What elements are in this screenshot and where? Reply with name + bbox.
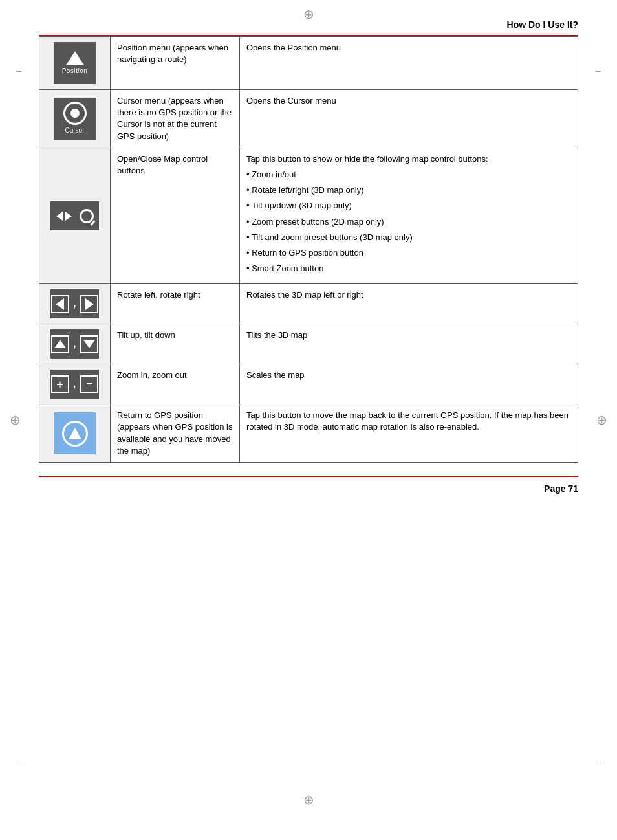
- list-item: • Tilt up/down (3D map only): [246, 200, 571, 212]
- page-title: How Do I Use It?: [507, 19, 578, 30]
- position-icon-label: Position: [62, 67, 88, 76]
- position-icon: Position: [54, 42, 96, 84]
- desc-cell-tilt: Tilts the 3D map: [240, 324, 578, 364]
- gps-label: Return to GPS position (appears when GPS…: [117, 410, 232, 456]
- cursor-description: Opens the Cursor menu: [246, 96, 336, 105]
- comma-separator: ,: [74, 338, 76, 351]
- desc-cell-position: Opens the Position menu: [240, 37, 578, 90]
- label-cell-position: Position menu (appears when navigating a…: [111, 37, 240, 90]
- rotate-label: Rotate left, rotate right: [117, 290, 200, 300]
- rotate-right-arrow-icon: [85, 298, 94, 310]
- desc-cell-openclose: Tap this button to show or hide the foll…: [240, 148, 578, 284]
- openclose-magnifier-icon: [80, 209, 94, 223]
- table-row: Cursor Cursor menu (appears when there i…: [39, 90, 578, 148]
- rotate-left-btn-icon: [51, 295, 69, 313]
- bottom-compass-mark: ⊕: [303, 792, 314, 808]
- side-mark-right-top: [596, 71, 601, 72]
- tilt-up-btn-icon: [51, 335, 69, 353]
- side-mark-left-bottom: [16, 762, 21, 762]
- reference-table: Position Position menu (appears when nav…: [39, 36, 578, 463]
- table-row: Position Position menu (appears when nav…: [39, 37, 578, 90]
- tilt-icon: ,: [50, 329, 99, 359]
- icon-cell-rotate: ,: [39, 284, 111, 324]
- right-compass-mark: ⊕: [596, 412, 607, 428]
- page-number: Page 71: [544, 483, 578, 494]
- desc-cell-zoom: Scales the map: [240, 364, 578, 404]
- openclose-label: Open/Close Map control buttons: [117, 154, 208, 175]
- zoom-label: Zoom in, zoom out: [117, 370, 187, 380]
- rotate-left-arrow-icon: [56, 298, 64, 310]
- list-item: • Zoom in/out: [246, 169, 571, 181]
- table-row: , Rotate left, rotate right Rotates the …: [39, 284, 578, 324]
- zoom-icon: + , −: [50, 370, 99, 399]
- side-mark-right-bottom: [596, 762, 601, 762]
- openclose-arrow-right-icon: [65, 212, 72, 221]
- rotate-icon: ,: [50, 289, 99, 318]
- openclose-bullet-list: • Zoom in/out • Rotate left/right (3D ma…: [246, 169, 571, 274]
- top-compass-mark: ⊕: [303, 6, 314, 22]
- tilt-description: Tilts the 3D map: [246, 330, 307, 340]
- list-item: • Zoom preset buttons (2D map only): [246, 216, 571, 228]
- comma-separator: ,: [74, 378, 76, 391]
- icon-cell-tilt: ,: [39, 324, 111, 364]
- side-mark-left-top: [16, 71, 21, 72]
- label-cell-cursor: Cursor menu (appears when there is no GP…: [111, 90, 240, 148]
- comma-separator: ,: [74, 298, 76, 311]
- list-item: • Smart Zoom button: [246, 263, 571, 274]
- desc-cell-cursor: Opens the Cursor menu: [240, 90, 578, 148]
- zoom-description: Scales the map: [246, 370, 305, 380]
- gps-icon: [54, 412, 96, 454]
- zoom-out-btn-icon: −: [80, 375, 98, 393]
- label-cell-gps: Return to GPS position (appears when GPS…: [111, 404, 240, 463]
- tilt-up-arrow-icon: [54, 340, 66, 348]
- position-label: Position menu (appears when navigating a…: [117, 43, 228, 64]
- openclose-description-title: Tap this button to show or hide the foll…: [246, 153, 571, 165]
- list-item: • Rotate left/right (3D map only): [246, 184, 571, 196]
- page-container: ⊕ ⊕ ⊕ ⊕ How Do I Use It? Position Positi…: [0, 0, 617, 840]
- rotate-description: Rotates the 3D map left or right: [246, 290, 363, 300]
- cursor-icon-label: Cursor: [65, 126, 84, 135]
- icon-cell-openclose: [39, 148, 111, 284]
- zoom-in-btn-icon: +: [51, 375, 69, 393]
- desc-cell-rotate: Rotates the 3D map left or right: [240, 284, 578, 324]
- rotate-right-btn-icon: [80, 295, 98, 313]
- page-footer: Page 71: [39, 476, 578, 513]
- label-cell-zoom: Zoom in, zoom out: [111, 364, 240, 404]
- cursor-dot-icon: [70, 109, 80, 118]
- label-cell-openclose: Open/Close Map control buttons: [111, 148, 240, 284]
- desc-cell-gps: Tap this button to move the map back to …: [240, 404, 578, 463]
- gps-arrow-inner-icon: [69, 428, 81, 439]
- left-compass-mark: ⊕: [10, 412, 21, 428]
- icon-cell-position: Position: [39, 37, 111, 90]
- list-item: • Return to GPS position button: [246, 247, 571, 259]
- label-cell-tilt: Tilt up, tilt down: [111, 324, 240, 364]
- table-row: , Tilt up, tilt down Tilts the 3D map: [39, 324, 578, 364]
- list-item: • Tilt and zoom preset buttons (3D map o…: [246, 232, 571, 243]
- gps-description: Tap this button to move the map back to …: [246, 410, 568, 432]
- table-row: Open/Close Map control buttons Tap this …: [39, 148, 578, 284]
- tilt-label: Tilt up, tilt down: [117, 330, 175, 340]
- icon-cell-zoom: + , −: [39, 364, 111, 404]
- cursor-icon: Cursor: [54, 98, 96, 140]
- tilt-down-btn-icon: [80, 335, 98, 353]
- position-arrow-icon: [66, 51, 84, 65]
- gps-circle-icon: [62, 421, 88, 447]
- openclose-icon: [50, 201, 99, 230]
- label-cell-rotate: Rotate left, rotate right: [111, 284, 240, 324]
- icon-cell-cursor: Cursor: [39, 90, 111, 148]
- icon-cell-gps: [39, 404, 111, 463]
- table-row: + , − Zoom in, zoom out Scales the map: [39, 364, 578, 404]
- table-row: Return to GPS position (appears when GPS…: [39, 404, 578, 463]
- cursor-circle-icon: [63, 102, 87, 125]
- openclose-arrow-left-icon: [56, 212, 63, 221]
- cursor-label: Cursor menu (appears when there is no GP…: [117, 96, 232, 141]
- position-description: Opens the Position menu: [246, 43, 341, 52]
- tilt-down-arrow-icon: [83, 340, 95, 348]
